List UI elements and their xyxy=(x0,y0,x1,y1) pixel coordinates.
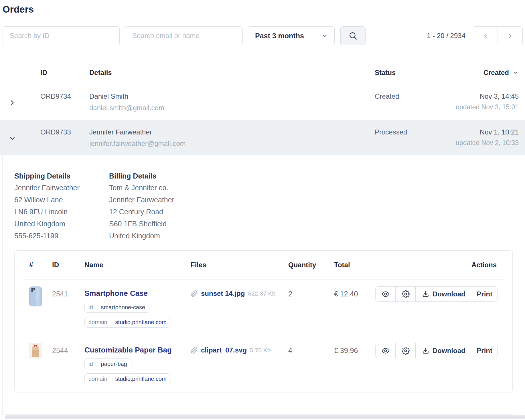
next-page-button[interactable] xyxy=(498,27,522,45)
order-updated-date: updated Nov 3, 15:01 xyxy=(427,103,519,111)
tag-value: studio.printlane.com xyxy=(111,317,171,327)
print-label: Print xyxy=(477,347,492,355)
search-button[interactable] xyxy=(340,26,366,45)
file-link[interactable]: clipart_07.svg xyxy=(201,346,247,354)
customer-name: Jennifer Fairweather xyxy=(89,128,375,136)
print-button[interactable]: Print xyxy=(472,343,497,358)
billing-details-heading: Billing Details xyxy=(109,170,174,182)
item-name-link[interactable]: Smartphone Case xyxy=(84,289,148,298)
order-addresses: Shipping Details Jennifer Fairweather 62… xyxy=(14,170,513,242)
item-total: € 12.40 xyxy=(334,290,375,298)
item-actions-group: Download Print xyxy=(375,343,498,358)
column-header-details: Details xyxy=(86,69,375,77)
preview-button[interactable] xyxy=(376,343,396,358)
expand-chevron-right-icon[interactable] xyxy=(0,92,38,120)
collapse-chevron-down-icon[interactable] xyxy=(0,128,38,155)
orders-page: Orders Past 3 months 1 - 20 / 2934 xyxy=(0,0,525,420)
file-size: 5.70 Kb xyxy=(250,347,271,354)
eye-icon xyxy=(382,290,390,298)
order-items-card: # ID Name Files Quantity Total Actions xyxy=(14,250,513,393)
download-icon xyxy=(422,347,429,354)
column-header-id: ID xyxy=(38,69,86,77)
download-button[interactable]: Download xyxy=(416,343,472,358)
search-email-input[interactable] xyxy=(125,26,243,45)
download-icon xyxy=(422,290,429,298)
chevron-left-icon xyxy=(482,32,489,39)
sort-chevron-down-icon xyxy=(512,70,519,76)
items-column-files: Files xyxy=(191,261,288,269)
pager-buttons xyxy=(473,26,523,45)
item-total: € 39.96 xyxy=(334,346,375,355)
horizontal-scrollbar-thumb[interactable] xyxy=(5,415,525,419)
items-column-quantity: Quantity xyxy=(288,261,334,269)
order-row[interactable]: ORD9734 Daniel Smith daniel.smith@gmail.… xyxy=(0,84,525,120)
eye-icon xyxy=(382,347,390,355)
customer-name: Daniel Smith xyxy=(89,92,375,101)
download-button[interactable]: Download xyxy=(416,287,472,301)
settings-button[interactable] xyxy=(396,343,416,358)
chevron-down-icon xyxy=(321,32,328,39)
billing-line: 12 Century Road xyxy=(109,206,174,218)
shipping-line: Jennifer Fairweather xyxy=(14,182,109,194)
prev-page-button[interactable] xyxy=(473,27,498,45)
shipping-line: 62 Willow Lane xyxy=(14,194,109,206)
item-domain-tag: domain studio.printlane.com xyxy=(84,373,171,384)
date-filter-value: Past 3 months xyxy=(255,32,304,40)
tag-value: paper-bag xyxy=(97,359,131,369)
shipping-line: LN6 9FU Lincoln xyxy=(14,206,109,218)
billing-line: United Kingdom xyxy=(109,230,174,242)
order-row-expanded[interactable]: ORD9733 Jennifer Fairweather jennifer.fa… xyxy=(0,120,525,155)
customer-email: daniel.smith@gmail.com xyxy=(89,104,375,112)
order-item-row: 2541 Smartphone Case id smartphone-case … xyxy=(15,280,512,336)
print-label: Print xyxy=(477,290,492,298)
date-filter-select[interactable]: Past 3 months xyxy=(248,26,335,45)
tag-label: id xyxy=(85,302,97,312)
billing-details: Billing Details Tom & Jennifer co. Jenni… xyxy=(109,170,174,242)
item-thumbnail xyxy=(29,343,52,358)
item-id: 2544 xyxy=(52,346,84,355)
settings-button[interactable] xyxy=(396,287,416,301)
item-name-link[interactable]: Customizable Paper Bag xyxy=(84,346,172,354)
order-id: ORD9733 xyxy=(38,128,86,155)
items-column-id: ID xyxy=(52,261,84,269)
items-column-total: Total xyxy=(334,261,375,269)
download-label: Download xyxy=(433,290,465,298)
order-item-row: 2544 Customizable Paper Bag id paper-bag… xyxy=(15,336,512,393)
print-button[interactable]: Print xyxy=(472,287,497,301)
download-label: Download xyxy=(433,347,465,355)
tag-label: domain xyxy=(85,374,111,384)
orders-table: ID Details Status Created ORD9734 Daniel… xyxy=(0,58,525,155)
item-id: 2541 xyxy=(52,290,84,298)
preview-button[interactable] xyxy=(376,287,396,301)
search-id-input[interactable] xyxy=(3,26,120,45)
order-details-panel: Shipping Details Jennifer Fairweather 62… xyxy=(2,155,513,415)
tag-value: smartphone-case xyxy=(97,302,149,312)
item-domain-tag: domain studio.printlane.com xyxy=(84,317,171,328)
tag-label: id xyxy=(85,359,97,369)
item-quantity: 2 xyxy=(288,290,334,298)
file-link[interactable]: sunset 14.jpg xyxy=(201,290,245,298)
billing-line: Jennifer Fairweather xyxy=(109,194,174,206)
item-quantity: 4 xyxy=(288,346,334,355)
item-thumbnail xyxy=(29,286,52,306)
smartphone-product-image xyxy=(29,286,52,306)
order-updated-date: updated Nov 2, 10:33 xyxy=(427,139,519,147)
gear-icon xyxy=(402,290,410,298)
column-header-status: Status xyxy=(375,69,427,77)
shipping-details: Shipping Details Jennifer Fairweather 62… xyxy=(14,170,109,242)
billing-line: S60 1FB Sheffield xyxy=(109,218,174,230)
paper-bag-product-image xyxy=(29,343,52,358)
order-status: Created xyxy=(375,92,427,120)
paperclip-icon xyxy=(191,347,198,354)
customer-email: jennifer.fairweather@gmail.com xyxy=(89,140,375,148)
order-id: ORD9734 xyxy=(38,92,86,120)
shipping-line: United Kingdom xyxy=(14,218,109,230)
column-header-created-sort[interactable]: Created xyxy=(483,69,519,77)
file-size: 622.37 Kb xyxy=(248,290,275,297)
item-id-tag: id smartphone-case xyxy=(84,302,149,313)
page-title: Orders xyxy=(0,0,525,15)
order-status: Processed xyxy=(375,128,427,155)
orders-table-header: ID Details Status Created xyxy=(0,58,525,84)
order-created-date: Nov 1, 10:21 xyxy=(427,128,519,136)
items-column-num: # xyxy=(29,261,52,269)
